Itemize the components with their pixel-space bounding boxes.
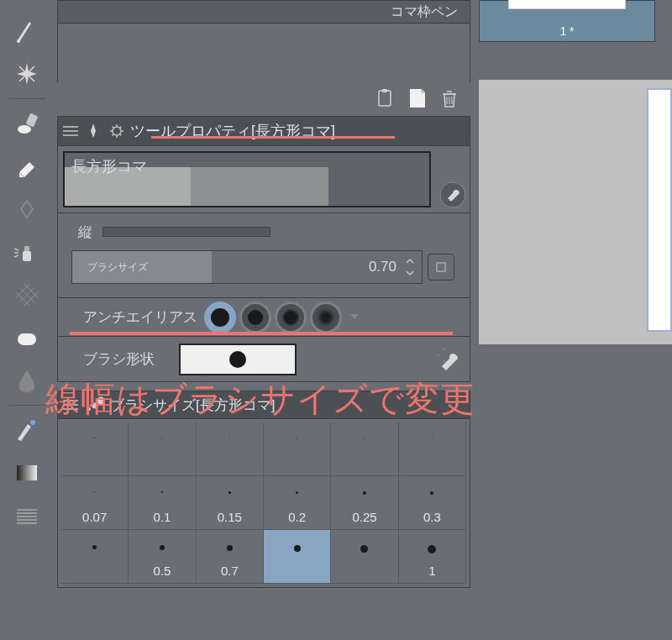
brush-size-link-button[interactable] (428, 254, 454, 281)
subtool-header: コマ枠ペン (57, 0, 470, 24)
tool-paint-tube[interactable] (7, 103, 47, 144)
brush-size-cell[interactable] (129, 422, 196, 476)
brush-grid-section: 0.070.10.150.20.250.30.50.71 (57, 419, 470, 588)
tool-airbrush[interactable] (7, 232, 47, 272)
tool-soft-eraser[interactable] (7, 317, 47, 358)
wrench-button[interactable] (436, 146, 470, 212)
brush-dot-icon (363, 491, 366, 495)
svg-point-0 (17, 39, 20, 43)
antialias-option-mid[interactable] (275, 302, 307, 333)
brush-size-cell[interactable] (331, 530, 398, 584)
canvas-viewport[interactable] (479, 80, 672, 344)
trash-icon[interactable] (435, 84, 464, 113)
tool-mesh[interactable] (7, 275, 47, 315)
brush-size-spinner[interactable] (403, 256, 417, 278)
brush-size-row: ブラシサイズ 0.70 (83, 247, 454, 287)
svg-rect-4 (24, 246, 29, 251)
brush-size-cell[interactable]: 0.3 (399, 476, 466, 530)
brush-dot-icon (430, 491, 433, 495)
brush-size-label: 0.25 (352, 510, 376, 524)
brush-size-cell[interactable]: 0.7 (197, 530, 264, 584)
brush-size-cell[interactable]: 0.2 (264, 476, 331, 530)
brush-dot-icon (161, 491, 163, 493)
brush-size-cell[interactable] (61, 422, 129, 476)
tool-lines[interactable] (7, 496, 47, 536)
brush-shape-row: ブラシ形状 (57, 337, 470, 382)
brush-shape-preview[interactable] (179, 344, 297, 375)
brush-size-cell[interactable] (61, 530, 129, 584)
brush-dot-icon (161, 438, 162, 438)
annotation-underline-brushsize (70, 332, 453, 335)
svg-rect-5 (18, 333, 36, 345)
tool-diamond[interactable] (7, 189, 47, 229)
brush-size-label: 0.3 (423, 510, 441, 524)
brush-dot-icon (94, 491, 95, 492)
brush-size-label: 0.5 (154, 564, 171, 578)
svg-rect-12 (437, 263, 445, 271)
separator (8, 98, 45, 99)
tool-gradient[interactable] (7, 453, 47, 493)
tool-needle[interactable] (7, 11, 47, 51)
spinner-up-icon[interactable] (403, 256, 417, 266)
svg-rect-3 (23, 251, 31, 261)
gear-icon (108, 123, 125, 139)
tool-blend[interactable] (7, 360, 47, 401)
brush-size-label: 0.2 (288, 510, 306, 524)
antialias-option-weak[interactable] (239, 302, 271, 333)
brush-size-cell[interactable] (264, 530, 331, 584)
brush-dot-icon (92, 545, 97, 549)
brush-size-slider[interactable]: ブラシサイズ 0.70 (71, 250, 423, 284)
vertical-slider[interactable] (102, 227, 270, 237)
brush-size-cell[interactable]: 0.5 (129, 530, 196, 584)
canvas-page (647, 88, 672, 332)
antialias-option-none[interactable] (204, 302, 236, 333)
brush-size-cell[interactable]: 0.07 (61, 476, 129, 530)
svg-rect-8 (379, 91, 391, 106)
property-section: 縦 ブラシサイズ 0.70 (57, 213, 470, 298)
brush-dot-icon (228, 491, 231, 494)
panel-menu-icon[interactable] (63, 123, 78, 139)
tool-brush2[interactable] (7, 410, 47, 450)
navigator-thumbnail[interactable]: 1 * (479, 0, 655, 42)
brush-size-label: 0.7 (221, 564, 239, 578)
brush-size-cell[interactable]: 0.15 (197, 476, 264, 530)
brush-size-cell[interactable] (399, 422, 466, 476)
brush-dot-icon (94, 438, 95, 438)
preset-fill2 (191, 167, 328, 206)
property-panel-header[interactable]: ツールプロパティ[長方形コマ] (57, 116, 470, 146)
preset-name: 長方形コマ (71, 156, 147, 176)
tool-eraser[interactable] (7, 146, 47, 186)
brush-size-value: 0.70 (369, 259, 396, 275)
svg-rect-2 (26, 113, 39, 128)
antialias-option-strong[interactable] (310, 302, 342, 333)
paste-icon[interactable] (371, 84, 400, 113)
brush-size-cell[interactable]: 0.1 (129, 476, 196, 530)
subtool-body (57, 24, 470, 82)
brush-dot-icon (360, 545, 368, 553)
pen-icon (83, 121, 103, 141)
brush-dot-icon (160, 545, 165, 550)
tool-sparkle[interactable] (7, 54, 47, 94)
brush-dot-icon (229, 438, 230, 438)
brush-size-label: 1 (428, 564, 435, 578)
svg-point-6 (30, 420, 35, 425)
svg-rect-7 (17, 465, 37, 480)
brush-size-cell[interactable]: 0.25 (331, 476, 398, 530)
brush-dot-icon (364, 438, 365, 438)
spinner-down-icon[interactable] (403, 268, 417, 278)
brush-dot-icon (432, 438, 433, 438)
tool-property-panel: ツールプロパティ[長方形コマ] 長方形コマ 縦 ブラシサイズ 0.70 (57, 116, 470, 382)
antialias-dropdown-icon[interactable] (349, 312, 369, 323)
brush-size-cell[interactable] (264, 422, 331, 476)
preset-preview[interactable]: 長方形コマ (63, 151, 431, 207)
tool-palette (0, 7, 54, 637)
brush-dot-icon (294, 545, 301, 552)
brush-dot-icon (227, 545, 233, 551)
brush-size-cell[interactable] (197, 422, 264, 476)
new-page-icon[interactable] (403, 84, 432, 113)
antialias-label: アンチエイリアス (83, 307, 197, 327)
tool-config-wrench-icon[interactable] (428, 338, 465, 378)
antialias-options (204, 302, 342, 333)
brush-size-cell[interactable]: 1 (399, 530, 466, 584)
brush-size-cell[interactable] (331, 422, 398, 476)
